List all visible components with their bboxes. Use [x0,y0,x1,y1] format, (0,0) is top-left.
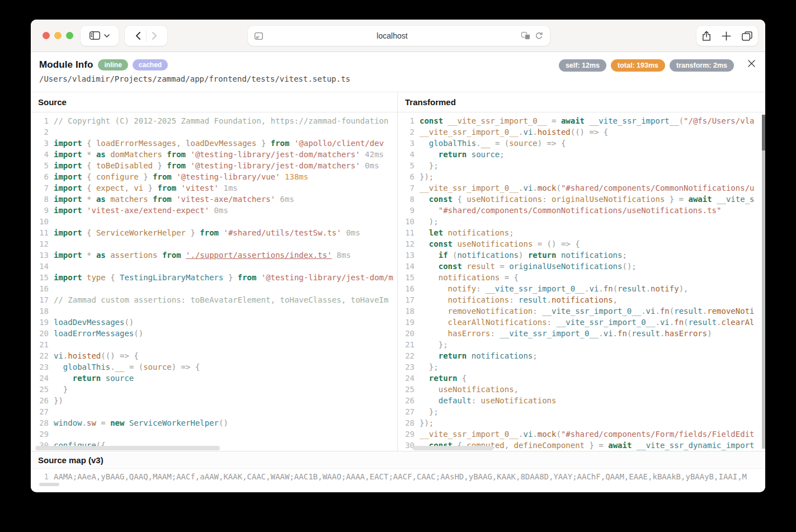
code-token: new [110,418,124,427]
chevron-down-icon [104,34,110,37]
code-token: __vite_ssr_import_0__ [556,318,655,327]
code-token: . [655,307,660,316]
code-line: 9import 'vitest-axe/extend-expect' 0ms [31,205,397,216]
code-token: notifications [443,228,509,237]
line-number: 22 [398,350,415,361]
line-number: 18 [31,305,49,317]
module-link[interactable]: './support/assertions/index.ts' [186,251,332,260]
forward-button[interactable] [152,32,157,40]
timing-badges: self: 12mstotal: 193mstransform: 2ms [559,59,734,72]
line-number: 25 [398,384,415,395]
code-line: 2__vite_ssr_import_0__.vi.hoisted(() => … [398,126,765,138]
minimize-window-button[interactable] [54,32,62,39]
code-token: * [82,251,96,260]
page-menu-icon[interactable] [255,32,263,40]
code-token: 138ms [280,172,309,181]
code-text: removeNotification: __vite_ssr_import_0_… [420,305,755,317]
code-token: domMatchers [106,150,167,159]
code-token: configure [96,172,139,181]
new-tab-icon[interactable] [722,31,731,41]
code-token: loadDevMessages [186,139,256,148]
code-text: }; [420,160,439,171]
code-token: let [429,228,443,237]
line-number: 4 [31,149,49,160]
line-number: 14 [398,261,415,272]
line-number: 12 [31,238,49,249]
code-token: if [439,251,448,260]
code-token: hoisted [68,351,101,360]
code-token: }); [420,172,434,181]
code-token: import [54,195,82,204]
code-token: . [533,183,537,192]
code-line: 22 return notifications; [398,350,765,361]
code-token: result [674,307,703,316]
code-line: 7__vite_ssr_import_0__.vi.mock("#shared/… [398,182,765,194]
transformed-horizontal-scrollbar[interactable] [413,446,493,450]
code-token: . [641,307,646,316]
vertical-scrollbar-thumb[interactable] [762,115,765,150]
code-line: 6}); [398,171,765,182]
code-line: 2 [31,126,397,138]
inline-badge: inline [98,59,128,70]
code-token: { [82,172,96,181]
line-number: 29 [398,429,415,440]
address-bar[interactable]: localhost [248,26,550,46]
code-token: ServiceWorkerHelper [124,418,219,427]
code-line: 21 [31,339,397,350]
code-text: notify: __vite_ssr_import_0__.vi.fn(resu… [420,283,689,294]
code-token: __ [481,139,491,148]
code-token: expect [96,183,125,192]
code-token: . [646,284,651,293]
translate-icon[interactable] [521,32,530,40]
line-number: 7 [31,182,49,194]
code-token: . [110,362,115,371]
code-token: import [54,183,82,192]
code-token: }; [420,407,439,416]
code-line: 5import { toBeDisabled } from '@testing-… [31,160,397,171]
code-token: loadDevMessages [54,318,124,327]
code-line: 20 hasErrors: __vite_ssr_import_0__.vi.f… [398,328,765,339]
code-token: from [153,195,172,204]
nav-divider [146,30,147,41]
source-code-pane[interactable]: 1// Copyright (C) 2012-2025 Zammad Found… [31,112,398,451]
code-line: 24 return source [31,373,397,384]
code-text: const useNotifications = () => { [420,238,580,249]
line-number: 8 [31,194,49,205]
code-token: 0ms [360,161,379,170]
code-token: ) => { [172,362,200,371]
back-button[interactable] [135,32,140,40]
code-token: result [618,284,646,293]
vertical-scrollbar-track[interactable] [762,115,765,449]
url-text[interactable]: localhost [263,31,521,40]
code-token: vi [646,307,656,316]
code-token [420,228,429,237]
sidebar-toggle-button[interactable] [81,26,119,46]
tab-overview-icon[interactable] [742,31,752,41]
line-number: 13 [31,249,49,261]
code-line: 7import { expect, vi } from 'vitest' 1ms [31,182,397,194]
code-token: useNotifications [481,396,557,405]
code-line: 16 notify: __vite_ssr_import_0__.vi.fn(r… [398,283,765,294]
code-token [420,318,448,327]
zoom-window-button[interactable] [66,32,73,39]
close-window-button[interactable] [43,32,50,39]
code-text: "#shared/components/CommonNotifications/… [420,205,721,216]
code-token: = [495,262,509,271]
code-text: // Zammad custom assertions: toBeAvatarE… [54,294,388,305]
code-token: } [223,273,237,282]
source-horizontal-scrollbar[interactable] [35,446,220,450]
code-token: } [256,139,270,148]
line-number: 20 [398,328,415,339]
code-text: notifications = { [420,272,519,283]
code-token: }) [54,396,63,405]
code-text: if (notifications) return notifications; [420,249,627,261]
code-token: } [153,161,167,170]
sourcemap-horizontal-scrollbar[interactable] [39,483,59,486]
share-icon[interactable] [702,31,711,41]
reload-icon[interactable] [535,32,543,40]
line-number: 21 [398,339,415,350]
code-token: originalUseNotifications [552,195,665,204]
code-text: const result = originalUseNotifications(… [420,261,637,272]
close-panel-button[interactable] [746,58,756,68]
transformed-code-pane[interactable]: 1const __vite_ssr_import_0__ = await __v… [398,112,765,451]
